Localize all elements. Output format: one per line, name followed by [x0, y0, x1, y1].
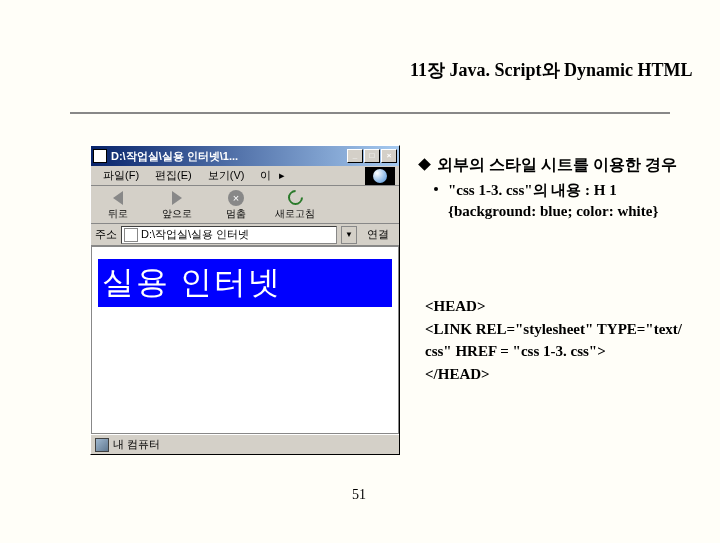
- address-bar: 주소 D:\작업실\실용 인터넷 ▼ 연결: [91, 224, 399, 246]
- title-underline: [70, 112, 670, 114]
- page-number: 51: [352, 487, 366, 503]
- bullet-main: 외부의 스타일 시트를 이용한 경우: [420, 155, 700, 176]
- ie-logo: [365, 167, 395, 185]
- slide-title: 11장 Java. Script와 Dynamic HTML: [410, 58, 693, 82]
- address-input[interactable]: D:\작업실\실용 인터넷: [121, 226, 337, 244]
- computer-icon: [95, 438, 109, 452]
- bullet-main-text: 외부의 스타일 시트를 이용한 경우: [437, 156, 677, 173]
- refresh-icon: [285, 189, 305, 207]
- diamond-bullet-icon: [418, 158, 431, 171]
- minimize-button[interactable]: _: [347, 149, 363, 163]
- sub-bullet: "css 1-3. css"의 내용 : H 1 {background: bl…: [448, 180, 698, 222]
- maximize-button[interactable]: □: [364, 149, 380, 163]
- address-value: D:\작업실\실용 인터넷: [141, 227, 249, 242]
- stop-label: 멈춤: [226, 207, 246, 221]
- window-buttons: _ □ ×: [347, 149, 397, 163]
- browser-viewport[interactable]: 실용 인터넷: [91, 246, 399, 434]
- forward-button[interactable]: 앞으로: [149, 189, 205, 221]
- menu-file[interactable]: 파일(F): [95, 166, 147, 185]
- refresh-button[interactable]: 새로고침: [267, 189, 323, 221]
- address-dropdown-icon[interactable]: ▼: [341, 226, 357, 244]
- menu-overflow-icon[interactable]: ▸: [279, 169, 285, 182]
- window-titlebar[interactable]: D:\작업실\실용 인터넷\1... _ □ ×: [91, 146, 399, 166]
- forward-label: 앞으로: [162, 207, 192, 221]
- address-label: 주소: [95, 227, 117, 242]
- ie-logo-icon: [373, 169, 387, 183]
- code-line: </HEAD>: [425, 363, 695, 386]
- toolbar: 뒤로 앞으로 × 멈춤 새로고침: [91, 186, 399, 224]
- back-arrow-icon: [108, 189, 128, 207]
- code-line: <HEAD>: [425, 295, 695, 318]
- menu-view[interactable]: 보기(V): [200, 166, 253, 185]
- menubar: 파일(F) 편집(E) 보기(V) 이 ▸: [91, 166, 399, 186]
- code-line: <LINK REL="stylesheet" TYPE="text/ css" …: [425, 318, 695, 363]
- menu-more[interactable]: 이: [252, 166, 279, 185]
- back-button[interactable]: 뒤로: [95, 189, 141, 221]
- demo-h1: 실용 인터넷: [98, 259, 392, 307]
- window-title-text: D:\작업실\실용 인터넷\1...: [111, 149, 347, 164]
- dot-bullet-icon: [434, 187, 438, 191]
- ie-browser-window: D:\작업실\실용 인터넷\1... _ □ × 파일(F) 편집(E) 보기(…: [90, 145, 400, 455]
- page-icon: [124, 228, 138, 242]
- back-label: 뒤로: [108, 207, 128, 221]
- sub-bullet-text: "css 1-3. css"의 내용 : H 1 {background: bl…: [448, 182, 658, 219]
- menu-edit[interactable]: 편집(E): [147, 166, 200, 185]
- stop-icon: ×: [226, 189, 246, 207]
- forward-arrow-icon: [167, 189, 187, 207]
- go-button[interactable]: 연결: [361, 227, 395, 242]
- stop-button[interactable]: × 멈춤: [213, 189, 259, 221]
- statusbar: 내 컴퓨터: [91, 434, 399, 454]
- ie-icon: [93, 149, 107, 163]
- code-block: <HEAD> <LINK REL="stylesheet" TYPE="text…: [425, 295, 695, 385]
- status-text: 내 컴퓨터: [113, 437, 160, 452]
- close-button[interactable]: ×: [381, 149, 397, 163]
- refresh-label: 새로고침: [275, 207, 315, 221]
